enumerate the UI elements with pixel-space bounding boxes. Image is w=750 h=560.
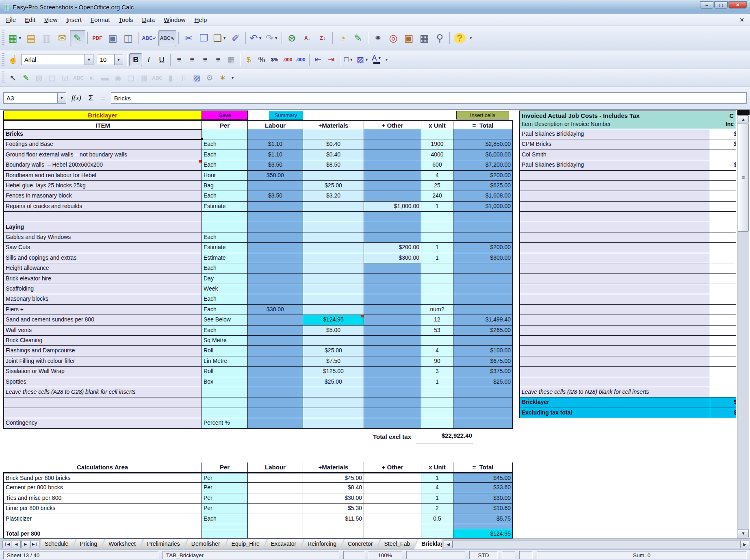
cell-unit[interactable]: 4	[421, 346, 453, 356]
cut-icon[interactable]: ✂	[181, 30, 196, 46]
invoice-cell-description[interactable]	[519, 315, 710, 326]
calc-total-unit[interactable]	[421, 529, 453, 538]
cell-unit[interactable]	[421, 336, 453, 346]
cell-total[interactable]	[453, 408, 513, 418]
cell-other[interactable]	[364, 408, 421, 418]
cell-labour[interactable]	[248, 202, 303, 212]
invoice-cell-description[interactable]	[519, 367, 710, 377]
calc-header-item[interactable]: Calculations Area	[3, 462, 202, 473]
column-header-total[interactable]: = Total	[453, 120, 513, 129]
cell-labour[interactable]: $1.10	[248, 150, 303, 160]
cell-labour[interactable]	[248, 326, 303, 336]
find-replace-icon[interactable]: ⚭	[370, 30, 386, 46]
cell-item[interactable]: Contingency	[3, 418, 202, 429]
invoice-cell-value[interactable]	[710, 387, 736, 397]
column-header-labour[interactable]: Labour	[248, 120, 303, 129]
bricklayer-title-cell[interactable]: Bricklayer	[3, 111, 202, 120]
label-field-icon[interactable]: ABC	[72, 72, 85, 85]
toolbar-grip[interactable]	[2, 30, 4, 46]
chevron-down-icon[interactable]: ▼	[85, 54, 93, 65]
cell-materials[interactable]	[303, 294, 364, 305]
first-sheet-icon[interactable]: ❘◀	[2, 540, 11, 548]
cell-other[interactable]	[364, 367, 421, 377]
cell-materials[interactable]	[303, 171, 364, 181]
invoice-cell-description[interactable]	[519, 191, 710, 202]
cell-unit[interactable]	[421, 129, 453, 139]
menu-tools[interactable]: Tools	[114, 15, 137, 24]
cell-unit[interactable]: 240	[421, 191, 453, 202]
calc-total-other[interactable]	[364, 529, 421, 538]
cell-unit[interactable]: num?	[421, 305, 453, 315]
save-button[interactable]: Save	[202, 111, 248, 120]
cell-unit[interactable]	[421, 294, 453, 305]
invoice-cell-value[interactable]	[710, 367, 736, 377]
cell-materials[interactable]: $0.40	[303, 150, 364, 160]
cell-materials[interactable]: $25.00	[303, 377, 364, 387]
cell-unit[interactable]: 1	[421, 202, 453, 212]
cell-labour[interactable]	[248, 408, 303, 418]
cell-materials[interactable]: $124.95	[303, 315, 364, 326]
cell-per[interactable]: Each	[202, 294, 248, 305]
cell-materials[interactable]	[303, 305, 364, 315]
cell-per[interactable]: Estimate	[202, 202, 248, 212]
menu-format[interactable]: Format	[86, 15, 115, 24]
cell-other[interactable]	[364, 387, 421, 397]
invoice-cell-description[interactable]: Excluding tax total	[519, 408, 710, 418]
cell-total[interactable]	[453, 387, 513, 397]
cell-per[interactable]	[202, 129, 248, 139]
standard-format-icon[interactable]: $%	[268, 53, 281, 66]
chevron-down-icon[interactable]: ▼	[223, 36, 226, 40]
cell-materials[interactable]: $8.50	[303, 160, 364, 171]
invoice-cell-description[interactable]	[519, 377, 710, 387]
cell-total[interactable]: $2,850.00	[453, 139, 513, 150]
cell-total[interactable]: $300.00	[453, 253, 513, 263]
calc-cell-other[interactable]	[364, 504, 421, 514]
calc-cell-per[interactable]: Each	[202, 514, 248, 524]
percent-format-icon[interactable]: %	[255, 53, 268, 66]
calc-cell-other[interactable]	[364, 493, 421, 504]
cell-labour[interactable]	[248, 274, 303, 284]
cell-materials[interactable]: $0.40	[303, 139, 364, 150]
help-icon[interactable]: ?	[452, 30, 467, 46]
cell-other[interactable]: $200.00	[364, 243, 421, 253]
cell-per[interactable]	[202, 222, 248, 232]
spellcheck-icon[interactable]: ABC✓	[141, 30, 158, 46]
invoice-cell-description[interactable]	[519, 326, 710, 336]
draw-functions-icon[interactable]: ✎	[350, 30, 366, 46]
chevron-down-icon[interactable]: ▼	[18, 36, 22, 40]
calc-cell-materials[interactable]: $5.30	[303, 504, 364, 514]
sheet-tab-worksheet[interactable]: Worksheet	[101, 539, 143, 549]
calc-cell-per[interactable]: Per	[202, 483, 248, 493]
calc-header-other[interactable]: + Other	[364, 462, 421, 473]
calc-cell-item[interactable]: Lime per 800 bricks	[3, 504, 202, 514]
cell-other[interactable]	[364, 397, 421, 408]
cell-materials[interactable]: $7.50	[303, 356, 364, 367]
calc-cell-total[interactable]: $30.00	[453, 493, 513, 504]
print-icon[interactable]: ▣	[105, 30, 121, 46]
cell-per[interactable]: Box	[202, 377, 248, 387]
cell-item[interactable]: Saw Cuts	[3, 243, 202, 253]
cell-per[interactable]: Day	[202, 274, 248, 284]
vertical-scrollbar-thumb[interactable]: ≡	[738, 124, 749, 232]
insert-cells-button[interactable]: Insert cells	[456, 111, 509, 119]
cell-labour[interactable]	[248, 222, 303, 232]
cell-item[interactable]: Ground floor external walls – not bounda…	[3, 150, 202, 160]
calc-cell-labour[interactable]	[248, 504, 303, 514]
cell-total[interactable]	[453, 284, 513, 294]
horizontal-scrollbar[interactable]: ❘❘❘	[453, 540, 740, 548]
invoice-cell-description[interactable]	[519, 181, 710, 191]
calc-cell-unit[interactable]	[421, 524, 453, 529]
close-document-icon[interactable]: ✕	[739, 17, 744, 23]
cell-labour[interactable]: $3.50	[248, 160, 303, 171]
invoice-cell-value[interactable]	[710, 181, 736, 191]
invoice-cell-description[interactable]	[519, 356, 710, 367]
calc-total-per[interactable]	[202, 529, 248, 538]
cell-item[interactable]: Repairs of cracks and rebuilds	[3, 202, 202, 212]
cell-other[interactable]	[364, 326, 421, 336]
cell-other[interactable]	[364, 232, 421, 243]
last-sheet-icon[interactable]: ▶❘	[30, 540, 39, 548]
cell-reference-box[interactable]: A3 ▼	[3, 92, 66, 104]
cell-other[interactable]	[364, 274, 421, 284]
cell-labour[interactable]	[248, 294, 303, 305]
design-mode-icon[interactable]: ✎	[20, 72, 33, 85]
